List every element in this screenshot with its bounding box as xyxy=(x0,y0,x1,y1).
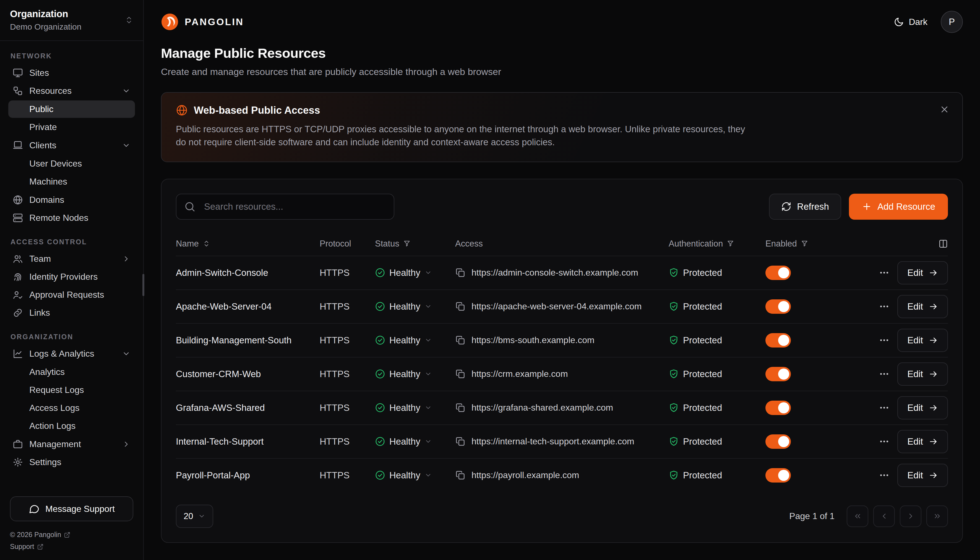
status-dropdown[interactable]: Healthy xyxy=(375,436,455,447)
sidebar-subitem-private[interactable]: Private xyxy=(8,118,135,136)
edit-label: Edit xyxy=(907,470,923,481)
sidebar-subitem-action-logs[interactable]: Action Logs xyxy=(8,417,135,435)
edit-button[interactable]: Edit xyxy=(897,261,948,285)
last-page-button[interactable] xyxy=(926,505,948,527)
org-switcher[interactable]: Organization Demo Organization xyxy=(0,0,143,41)
resource-url[interactable]: https://grafana-shared.example.com xyxy=(472,403,613,413)
enabled-toggle[interactable] xyxy=(766,401,791,415)
page-size-select[interactable]: 20 xyxy=(176,505,213,528)
healthy-icon xyxy=(375,403,385,413)
sidebar-subitem-request-logs[interactable]: Request Logs xyxy=(8,381,135,399)
edit-button[interactable]: Edit xyxy=(897,362,948,386)
healthy-icon xyxy=(375,369,385,379)
enabled-toggle[interactable] xyxy=(766,367,791,381)
status-dropdown[interactable]: Healthy xyxy=(375,403,455,413)
sidebar-item-sites[interactable]: Sites xyxy=(8,64,135,82)
resource-url[interactable]: https://payroll.example.com xyxy=(472,470,579,480)
column-header-protocol: Protocol xyxy=(320,239,375,249)
sidebar-item-management[interactable]: Management xyxy=(8,435,135,453)
status-dropdown[interactable]: Healthy xyxy=(375,301,455,312)
status-dropdown[interactable]: Healthy xyxy=(375,369,455,379)
arrow-right-icon xyxy=(929,369,938,379)
sidebar-subitem-access-logs[interactable]: Access Logs xyxy=(8,399,135,417)
sidebar-item-settings[interactable]: Settings xyxy=(8,453,135,471)
sidebar-item-links[interactable]: Links xyxy=(8,304,135,322)
resource-url[interactable]: https://admin-console-switch.example.com xyxy=(472,268,638,278)
nav-section: NETWORKSitesResourcesPublicPrivateClient… xyxy=(8,52,135,227)
add-resource-button[interactable]: Add Resource xyxy=(849,194,948,220)
copyright-link[interactable]: © 2026 Pangolin xyxy=(10,531,133,539)
enabled-toggle[interactable] xyxy=(766,333,791,348)
support-link[interactable]: Support xyxy=(10,543,133,551)
briefcase-icon xyxy=(13,439,23,449)
previous-page-button[interactable] xyxy=(873,505,895,527)
filter-icon[interactable] xyxy=(727,240,734,247)
next-page-button[interactable] xyxy=(900,505,921,527)
close-icon[interactable] xyxy=(939,104,950,115)
copy-icon[interactable] xyxy=(455,369,465,379)
theme-toggle[interactable]: Dark xyxy=(894,17,927,27)
edit-button[interactable]: Edit xyxy=(897,464,948,487)
sidebar-subitem-public[interactable]: Public xyxy=(8,100,135,118)
more-actions-icon[interactable] xyxy=(879,470,890,481)
filter-icon[interactable] xyxy=(403,240,410,247)
enabled-toggle[interactable] xyxy=(766,434,791,449)
resource-name: Customer-CRM-Web xyxy=(176,369,320,379)
copy-icon[interactable] xyxy=(455,470,465,480)
resource-name: Grafana-AWS-Shared xyxy=(176,403,320,413)
first-page-button[interactable] xyxy=(847,505,868,527)
copy-icon[interactable] xyxy=(455,403,465,413)
org-switcher-text: Organization Demo Organization xyxy=(10,8,81,32)
edit-button[interactable]: Edit xyxy=(897,295,948,318)
resource-url[interactable]: https://internal-tech-support.example.co… xyxy=(472,436,635,447)
columns-icon[interactable] xyxy=(938,239,948,248)
resource-url[interactable]: https://apache-web-server-04.example.com xyxy=(472,301,641,312)
resource-auth: Protected xyxy=(669,403,766,413)
filter-icon[interactable] xyxy=(801,240,808,247)
sidebar-item-resources[interactable]: Resources xyxy=(8,82,135,100)
sidebar-subitem-user-devices[interactable]: User Devices xyxy=(8,155,135,172)
resource-name: Payroll-Portal-App xyxy=(176,470,320,481)
edit-button[interactable]: Edit xyxy=(897,430,948,453)
sidebar-resize-handle[interactable] xyxy=(143,274,145,296)
status-dropdown[interactable]: Healthy xyxy=(375,470,455,481)
copy-icon[interactable] xyxy=(455,436,465,447)
edit-button[interactable]: Edit xyxy=(897,396,948,420)
more-actions-icon[interactable] xyxy=(879,335,890,345)
sidebar-item-remote-nodes[interactable]: Remote Nodes xyxy=(8,209,135,227)
status-label: Healthy xyxy=(389,470,420,481)
copy-icon[interactable] xyxy=(455,268,465,278)
shield-check-icon xyxy=(669,301,679,312)
sidebar-item-logs-analytics[interactable]: Logs & Analytics xyxy=(8,345,135,363)
sidebar-item-team[interactable]: Team xyxy=(8,250,135,268)
resource-url[interactable]: https://crm.example.com xyxy=(472,369,568,379)
enabled-toggle[interactable] xyxy=(766,468,791,483)
shield-check-icon xyxy=(669,403,679,413)
more-actions-icon[interactable] xyxy=(879,436,890,447)
sidebar-item-approval-requests[interactable]: Approval Requests xyxy=(8,286,135,304)
sidebar-item-clients[interactable]: Clients xyxy=(8,137,135,154)
avatar[interactable]: P xyxy=(941,11,963,33)
search-input[interactable] xyxy=(176,194,394,220)
status-dropdown[interactable]: Healthy xyxy=(375,268,455,278)
more-actions-icon[interactable] xyxy=(879,368,890,379)
status-dropdown[interactable]: Healthy xyxy=(375,335,455,345)
copy-icon[interactable] xyxy=(455,335,465,345)
message-support-button[interactable]: Message Support xyxy=(10,497,133,521)
enabled-toggle[interactable] xyxy=(766,266,791,280)
healthy-icon xyxy=(375,436,385,447)
edit-button[interactable]: Edit xyxy=(897,329,948,352)
sidebar-subitem-analytics[interactable]: Analytics xyxy=(8,363,135,381)
sort-icon[interactable] xyxy=(203,240,210,247)
enabled-toggle[interactable] xyxy=(766,299,791,314)
copy-icon[interactable] xyxy=(455,301,465,312)
more-actions-icon[interactable] xyxy=(879,402,890,413)
sidebar-item-domains[interactable]: Domains xyxy=(8,191,135,209)
sidebar-subitem-machines[interactable]: Machines xyxy=(8,173,135,190)
chevron-down-icon xyxy=(424,472,432,479)
resource-url[interactable]: https://bms-south.example.com xyxy=(472,335,595,345)
more-actions-icon[interactable] xyxy=(879,301,890,312)
refresh-button[interactable]: Refresh xyxy=(769,194,841,220)
more-actions-icon[interactable] xyxy=(879,267,890,278)
sidebar-item-identity-providers[interactable]: Identity Providers xyxy=(8,268,135,286)
